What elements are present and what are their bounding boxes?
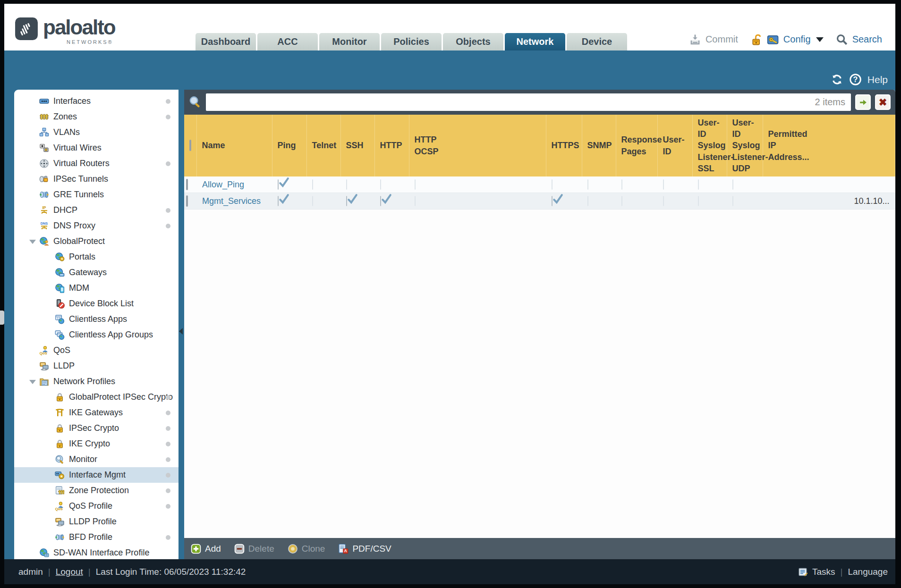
expander-icon[interactable] — [29, 240, 36, 244]
tab-dashboard[interactable]: Dashboard — [196, 33, 256, 50]
sidebar-item-globalprotect[interactable]: GlobalProtect — [14, 234, 178, 249]
tasks-icon — [798, 567, 808, 577]
telnet-checkbox[interactable] — [312, 179, 313, 190]
sidebar-item-virtual-routers[interactable]: Virtual Routers — [14, 156, 178, 171]
tab-acc[interactable]: ACC — [257, 33, 318, 50]
profile-name-link[interactable]: Mgmt_Services — [196, 196, 261, 206]
row-select-checkbox[interactable] — [186, 179, 188, 190]
tab-device[interactable]: Device — [567, 33, 627, 50]
refresh-icon[interactable] — [831, 73, 843, 86]
add-button[interactable]: Add — [191, 544, 221, 554]
response-pages-checkbox[interactable] — [621, 196, 622, 206]
sidebar-item-clientless-apps[interactable]: Clientless Apps — [14, 311, 178, 327]
sidebar-item-bfd-profile[interactable]: BFD Profile — [14, 529, 178, 545]
http-checkbox[interactable] — [380, 196, 381, 206]
ping-checkbox[interactable] — [278, 179, 279, 190]
user-id-syslog-listener-ssl-checkbox[interactable] — [698, 179, 699, 190]
sidebar-item-ipsec-tunnels[interactable]: IPSec Tunnels — [14, 171, 178, 187]
unlocked-padlock-icon[interactable] — [750, 34, 763, 46]
http-ocsp-checkbox[interactable] — [415, 196, 416, 206]
response-pages-checkbox[interactable] — [621, 179, 622, 190]
user-id-syslog-listener-ssl-checkbox[interactable] — [698, 196, 699, 206]
user-id-checkbox[interactable] — [663, 179, 664, 190]
pdf-csv-button[interactable]: APDF/CSV — [338, 544, 391, 554]
sidebar-item-dns-proxy[interactable]: DNSDNS Proxy — [14, 218, 178, 234]
language-button[interactable]: Language — [848, 567, 888, 577]
column-header-https[interactable]: HTTPS — [546, 115, 582, 176]
sidebar-item-zones[interactable]: Zones — [14, 109, 178, 125]
column-header-telnet[interactable]: Telnet — [306, 115, 340, 176]
apply-filter-button[interactable] — [855, 94, 871, 110]
column-header-user-id-syslog-listener-ssl[interactable]: User-ID Syslog Listener-SSL — [692, 115, 727, 176]
sidebar-item-ipsec-crypto[interactable]: IPSec Crypto — [14, 420, 178, 436]
ssh-checkbox[interactable] — [346, 196, 347, 206]
column-header-snmp[interactable]: SNMP — [582, 115, 616, 176]
sidebar-item-lldp[interactable]: LLDP — [14, 358, 178, 374]
tab-network[interactable]: Network — [505, 33, 565, 50]
sidebar-item-ike-crypto[interactable]: IKE Crypto — [14, 436, 178, 452]
sidebar-item-mdm[interactable]: MDM — [14, 280, 178, 296]
ssh-checkbox[interactable] — [346, 179, 347, 190]
snmp-checkbox[interactable] — [587, 196, 588, 206]
sidebar-item-sd-wan-interface-profile[interactable]: SD-WAN Interface Profile — [14, 545, 178, 559]
sidebar-item-dhcp[interactable]: IPDHCP — [14, 202, 178, 218]
https-checkbox[interactable] — [552, 196, 552, 206]
http-checkbox[interactable] — [380, 179, 381, 190]
column-header-user-id[interactable]: User-ID — [657, 115, 692, 176]
sidebar-item-virtual-wires[interactable]: Virtual Wires — [14, 140, 178, 156]
sidebar-item-vlans[interactable]: VLANs — [14, 125, 178, 140]
sidebar-item-interfaces[interactable]: Interfaces — [14, 93, 178, 109]
user-id-syslog-listener-udp-checkbox[interactable] — [732, 196, 733, 206]
sidebar-item-device-block-list[interactable]: Device Block List — [14, 296, 178, 311]
clear-filter-button[interactable]: ✖ — [875, 94, 891, 110]
column-header-permitted-ip-address[interactable]: Permitted IP Address... — [763, 115, 895, 176]
column-header-response-pages[interactable]: Response Pages — [616, 115, 657, 176]
sidebar-item-network-profiles[interactable]: Network Profiles — [14, 374, 178, 389]
ping-checkbox[interactable] — [278, 196, 279, 206]
tab-objects[interactable]: Objects — [443, 33, 503, 50]
sidebar-item-monitor[interactable]: Monitor — [14, 452, 178, 467]
http-ocsp-checkbox[interactable] — [415, 179, 416, 190]
toolbar-button-label: Add — [205, 544, 221, 554]
user-id-syslog-listener-udp-checkbox[interactable] — [732, 179, 733, 190]
sidebar-item-lldp-profile[interactable]: LLDP Profile — [14, 514, 178, 529]
column-header-user-id-syslog-listener-udp[interactable]: User-ID Syslog Listener-UDP — [727, 115, 763, 176]
column-header-http[interactable]: HTTP — [374, 115, 409, 176]
profile-name-link[interactable]: Allow_Ping — [196, 180, 244, 189]
column-header-name[interactable]: Name — [196, 115, 272, 176]
config-caret-icon[interactable] — [816, 37, 824, 42]
help-label[interactable]: Help — [867, 74, 888, 85]
telnet-checkbox[interactable] — [312, 196, 313, 206]
column-header-ssh[interactable]: SSH — [340, 115, 374, 176]
logout-link[interactable]: Logout — [56, 567, 83, 577]
column-header-http-ocsp[interactable]: HTTP OCSP — [409, 115, 546, 176]
edge-scroll-handle[interactable] — [0, 311, 4, 325]
filter-input[interactable] — [206, 93, 851, 111]
sidebar-item-clientless-app-groups[interactable]: Clientless App Groups — [14, 327, 178, 343]
expander-icon[interactable] — [29, 380, 36, 384]
sidebar-item-globalprotect-ipsec-crypto[interactable]: GlobalProtect IPSec Crypto — [14, 389, 178, 405]
commit-button[interactable]: Commit — [706, 34, 738, 45]
sidebar-item-qos-profile[interactable]: QoSQoS Profile — [14, 498, 178, 514]
https-checkbox[interactable] — [552, 179, 552, 190]
tab-policies[interactable]: Policies — [381, 33, 442, 50]
config-menu[interactable]: Config — [783, 34, 811, 45]
select-all-checkbox[interactable] — [189, 140, 191, 151]
column-header-ping[interactable]: Ping — [272, 115, 306, 176]
tab-monitor[interactable]: Monitor — [319, 33, 380, 50]
tasks-button[interactable]: Tasks — [812, 567, 835, 577]
snmp-checkbox[interactable] — [587, 179, 588, 190]
sidebar-item-ike-gateways[interactable]: IKE Gateways — [14, 405, 178, 420]
sidebar-item-interface-mgmt[interactable]: Interface Mgmt — [14, 467, 178, 483]
search-button[interactable]: Search — [852, 34, 882, 45]
sidebar-item-qos[interactable]: QoSQoS — [14, 343, 178, 358]
sidebar-item-gre-tunnels[interactable]: GRE Tunnels — [14, 187, 178, 202]
row-select-checkbox[interactable] — [186, 195, 188, 207]
sidebar-item-zone-protection[interactable]: Zone Protection — [14, 483, 178, 498]
help-icon[interactable]: ? — [849, 73, 862, 86]
sidebar-item-label: Zone Protection — [69, 486, 129, 496]
sidebar-item-portals[interactable]: Portals — [14, 249, 178, 265]
collapse-sidebar-icon[interactable] — [179, 328, 183, 335]
user-id-checkbox[interactable] — [663, 196, 664, 206]
sidebar-item-gateways[interactable]: Gateways — [14, 265, 178, 280]
